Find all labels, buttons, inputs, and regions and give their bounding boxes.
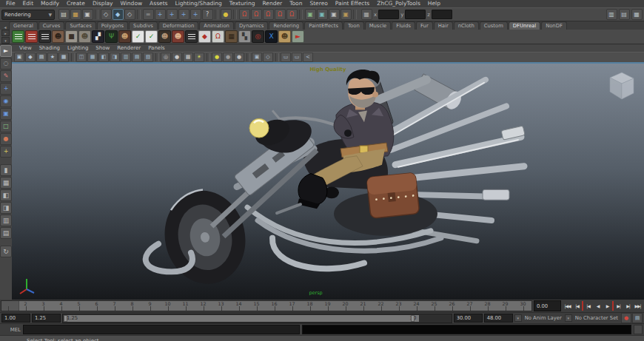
panel-menu-panels[interactable]: Panels bbox=[144, 45, 169, 51]
shelf-tab-ncloth[interactable]: nCloth bbox=[454, 21, 479, 30]
snap-to-view-planes-icon[interactable]: Ω bbox=[275, 9, 286, 20]
shelf-tab-animation[interactable]: Animation bbox=[199, 21, 234, 30]
hat-character-icon[interactable]: ☻ bbox=[278, 30, 291, 43]
construction-history-icon[interactable]: ▣ bbox=[305, 9, 316, 20]
paint-select-tool[interactable]: ✎ bbox=[0, 70, 12, 82]
two-panes-icon[interactable]: ◫ bbox=[76, 53, 87, 62]
camera-lock-icon[interactable]: ◆ bbox=[25, 53, 36, 62]
film-gate-icon[interactable]: ▭ bbox=[292, 53, 302, 62]
target-icon[interactable]: ◎ bbox=[252, 30, 264, 43]
menu-texturing[interactable]: Texturing bbox=[226, 0, 259, 7]
menu-toon[interactable]: Toon bbox=[286, 0, 306, 7]
character-set-dropdown-button[interactable]: ▾ bbox=[565, 314, 572, 322]
select-object-icon[interactable]: ◆ bbox=[113, 9, 124, 20]
playback-end-field[interactable]: 30.00 bbox=[454, 314, 483, 323]
step-back-key-button[interactable]: |◀ bbox=[582, 301, 593, 311]
snap-to-points-icon[interactable]: Ω bbox=[263, 9, 274, 20]
portrait-red-icon[interactable]: ☻ bbox=[172, 30, 184, 43]
make-live-icon[interactable]: Ω bbox=[286, 9, 298, 20]
check-in-button[interactable]: ✓ bbox=[145, 30, 158, 43]
animation-end-field[interactable]: 48.00 bbox=[484, 314, 513, 323]
shelf-tab-dfunreal[interactable]: DFUnreal bbox=[509, 21, 540, 30]
white-red-tool-icon[interactable]: ◆ bbox=[198, 30, 211, 43]
animation-preferences-button[interactable]: ▤ bbox=[632, 313, 643, 323]
menu-modify[interactable]: Modify bbox=[37, 0, 63, 7]
menu-paint-effects[interactable]: Paint Effects bbox=[332, 0, 373, 7]
graph-pane-icon[interactable]: ▥ bbox=[121, 53, 131, 62]
export-anim-button[interactable] bbox=[25, 30, 38, 43]
brown-grid-icon[interactable]: ▦ bbox=[225, 30, 238, 43]
mask-joints-icon[interactable]: + bbox=[167, 9, 178, 20]
panel-menu-lighting[interactable]: Lighting bbox=[64, 45, 92, 51]
panel-menu-show[interactable]: Show bbox=[92, 45, 113, 51]
panel-menu-shading[interactable]: Shading bbox=[36, 45, 64, 51]
cactus-icon[interactable]: Ψ bbox=[105, 30, 118, 43]
absolute-transform-icon[interactable]: ▦ bbox=[361, 9, 372, 20]
command-input[interactable] bbox=[23, 325, 300, 334]
mask-curves-icon[interactable]: + bbox=[178, 9, 189, 20]
shelf-tab-fur[interactable]: Fur bbox=[416, 21, 433, 30]
playback-range-bar[interactable]: 1.25 30 bbox=[64, 315, 419, 322]
portrait-dark-icon[interactable]: ☻ bbox=[158, 30, 171, 43]
open-scene-icon[interactable]: ▦ bbox=[70, 9, 81, 20]
lasso-select-tool[interactable]: ◌ bbox=[0, 58, 12, 70]
animation-start-field[interactable]: 1.00 bbox=[1, 314, 30, 323]
snap-to-curves-icon[interactable]: Ω bbox=[251, 9, 262, 20]
export-rig-button[interactable] bbox=[12, 30, 24, 43]
single-pane-layout-button[interactable]: ▮ bbox=[0, 164, 12, 176]
menu-lighting-shading[interactable]: Lighting/Shading bbox=[172, 0, 226, 7]
blend-shape-icon[interactable]: ☻ bbox=[78, 30, 91, 43]
step-forward-key-button[interactable]: ▶| bbox=[612, 301, 623, 311]
outliner-pane-icon[interactable]: ◨ bbox=[110, 53, 120, 62]
panel-menu-renderer[interactable]: Renderer bbox=[113, 45, 144, 51]
shelf-tab-hair[interactable]: Hair bbox=[434, 21, 453, 30]
shelf-tab-fluids[interactable]: Fluids bbox=[392, 21, 415, 30]
character-set-label[interactable]: No Character Set bbox=[574, 315, 620, 321]
save-scene-icon[interactable]: ▣ bbox=[82, 9, 93, 20]
go-to-start-button[interactable]: |◀◀ bbox=[563, 301, 572, 311]
menu-render[interactable]: Render bbox=[258, 0, 286, 7]
render-current-frame-icon[interactable]: ▣ bbox=[329, 9, 340, 20]
rotate-tool[interactable]: ◉ bbox=[0, 95, 12, 107]
shelf-tab-nondf[interactable]: NonDF bbox=[541, 21, 567, 30]
hypergraph-layout-button[interactable]: ▥ bbox=[0, 215, 12, 226]
mask-handles-icon[interactable]: + bbox=[155, 9, 166, 20]
share-icon[interactable]: < bbox=[303, 53, 313, 62]
shelf-tab-general[interactable]: General bbox=[9, 21, 38, 30]
shelf-tab-painteffects[interactable]: PaintEffects bbox=[304, 21, 343, 30]
menu-assets[interactable]: Assets bbox=[146, 0, 171, 7]
channel-box-toggle[interactable]: ▦ bbox=[631, 9, 643, 20]
viewport-3d[interactable]: High Quality persp bbox=[12, 62, 644, 300]
z-coordinate-field[interactable] bbox=[432, 10, 452, 19]
shelf-tab-dynamics[interactable]: Dynamics bbox=[235, 21, 269, 30]
export-mesh-button[interactable] bbox=[38, 30, 51, 43]
menu-window[interactable]: Window bbox=[117, 0, 147, 7]
attribute-editor-toggle[interactable]: ▥ bbox=[606, 9, 617, 20]
character-photo-icon[interactable]: ☻ bbox=[52, 30, 64, 43]
hypergraph-pane-icon[interactable]: ▤ bbox=[132, 53, 142, 62]
magnet-icon[interactable]: Ω bbox=[212, 30, 224, 43]
menu-file[interactable]: File bbox=[2, 0, 19, 7]
panel-menu-view[interactable]: View bbox=[16, 45, 36, 51]
menu-help[interactable]: Help bbox=[424, 0, 444, 7]
menu-edit[interactable]: Edit bbox=[19, 0, 38, 7]
go-to-end-button[interactable]: ▶▶| bbox=[633, 301, 643, 311]
x-blue-icon[interactable]: X bbox=[265, 30, 278, 43]
y-coordinate-field[interactable] bbox=[405, 10, 426, 19]
select-hierarchy-icon[interactable]: ◇ bbox=[101, 9, 112, 20]
checker-sphere-icon[interactable]: ▚ bbox=[238, 30, 251, 43]
shelf-tab-custom[interactable]: Custom bbox=[480, 21, 508, 30]
persp-graph-layout-button[interactable]: ◨ bbox=[0, 202, 12, 214]
menu-stereo[interactable]: Stereo bbox=[306, 0, 331, 7]
smooth-shade-icon[interactable]: ● bbox=[172, 53, 182, 62]
default-material-dot-icon[interactable]: ● bbox=[212, 53, 222, 62]
batch-dark-button[interactable] bbox=[185, 30, 198, 43]
menu-zhcg-polytools[interactable]: ZhCG_PolyTools bbox=[373, 0, 424, 7]
camera-attributes-icon[interactable]: ▤ bbox=[36, 53, 47, 62]
shelf-tab-arrow-button[interactable]: ◂ bbox=[1, 24, 9, 30]
universal-manipulator-tool[interactable]: □ bbox=[0, 121, 12, 132]
range-start-handle[interactable] bbox=[64, 315, 67, 322]
render-view-icon[interactable]: ▣ bbox=[317, 9, 328, 20]
anim-layer-dropdown-button[interactable]: ▾ bbox=[514, 314, 522, 322]
last-tool-button[interactable]: ↻ bbox=[0, 246, 12, 257]
